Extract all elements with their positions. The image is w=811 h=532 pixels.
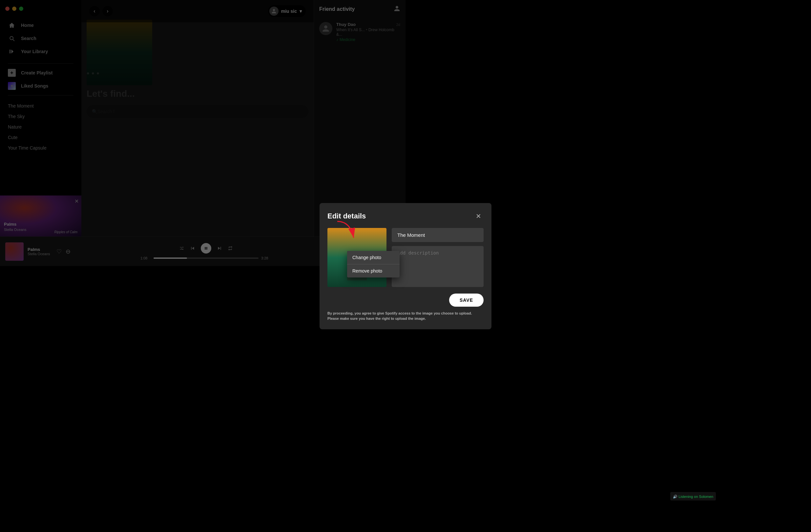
modal-overlay: Edit details ✕ •••	[81, 0, 313, 236]
app-container: Home Search Your Library +	[0, 0, 406, 266]
main-content: ‹ › miu sic ▾ • •	[81, 0, 313, 236]
main-area: Home Search Your Library +	[0, 0, 406, 236]
